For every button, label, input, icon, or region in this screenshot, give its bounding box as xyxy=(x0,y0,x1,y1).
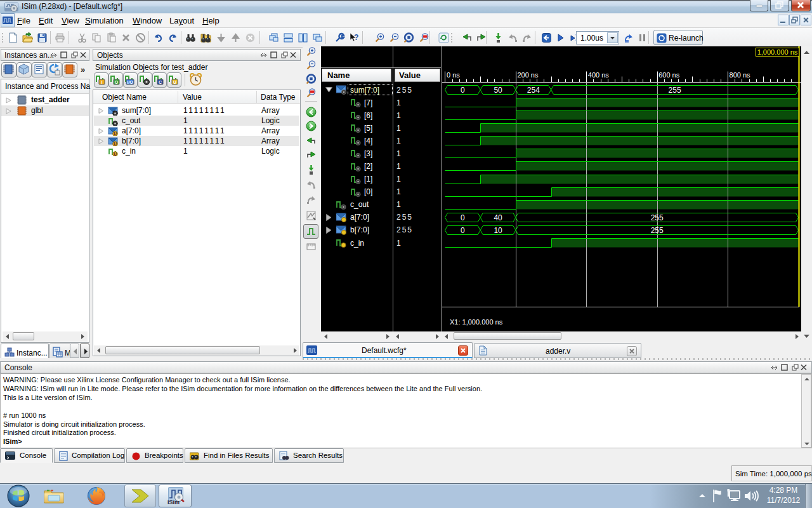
svg-text:I: I xyxy=(102,80,103,84)
svg-text:0: 0 xyxy=(461,86,465,95)
svg-text:10: 10 xyxy=(494,226,502,235)
svg-text:200 ns: 200 ns xyxy=(517,71,539,79)
svg-text:0 ns: 0 ns xyxy=(447,71,460,79)
svg-text:?: ? xyxy=(354,33,358,42)
svg-text:50: 50 xyxy=(494,86,502,95)
svg-text:255: 255 xyxy=(651,226,664,235)
svg-text:U: U xyxy=(173,80,176,84)
svg-text:255: 255 xyxy=(669,86,681,95)
svg-text:U: U xyxy=(114,142,117,146)
svg-text:O: O xyxy=(115,80,119,84)
svg-text:800 ns: 800 ns xyxy=(730,71,751,79)
svg-text:255: 255 xyxy=(651,213,664,222)
svg-text:U: U xyxy=(114,152,117,156)
svg-text:400 ns: 400 ns xyxy=(588,71,610,79)
svg-text:40: 40 xyxy=(494,213,502,222)
svg-text:I/O: I/O xyxy=(127,80,133,84)
svg-text:C: C xyxy=(159,80,162,84)
svg-text:600 ns: 600 ns xyxy=(658,71,680,79)
svg-text:254: 254 xyxy=(527,86,540,95)
svg-text:0: 0 xyxy=(461,226,465,235)
svg-text:U: U xyxy=(114,131,117,136)
svg-text:0: 0 xyxy=(461,213,465,222)
